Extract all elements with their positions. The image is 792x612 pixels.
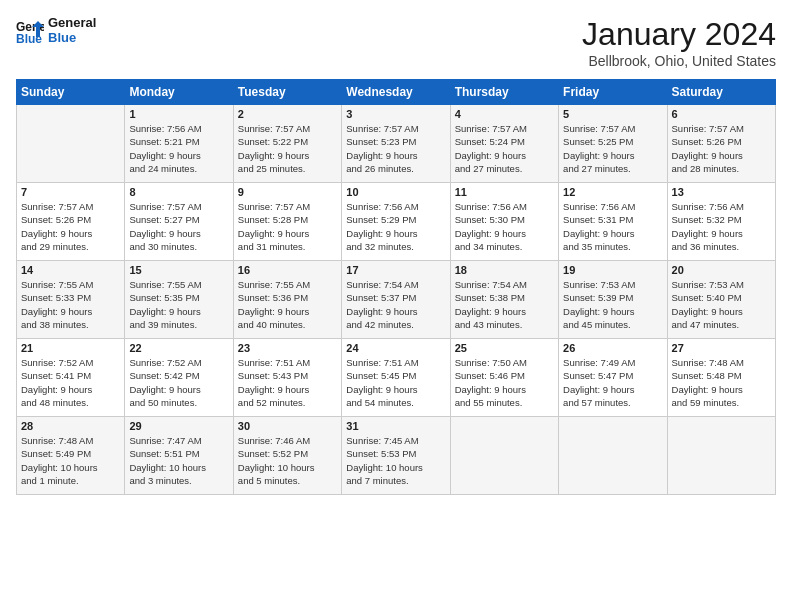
- calendar-cell: 6Sunrise: 7:57 AM Sunset: 5:26 PM Daylig…: [667, 105, 775, 183]
- day-detail: Sunrise: 7:46 AM Sunset: 5:52 PM Dayligh…: [238, 434, 337, 487]
- calendar-cell: [450, 417, 558, 495]
- calendar-cell: 12Sunrise: 7:56 AM Sunset: 5:31 PM Dayli…: [559, 183, 667, 261]
- day-detail: Sunrise: 7:51 AM Sunset: 5:43 PM Dayligh…: [238, 356, 337, 409]
- day-detail: Sunrise: 7:45 AM Sunset: 5:53 PM Dayligh…: [346, 434, 445, 487]
- day-detail: Sunrise: 7:57 AM Sunset: 5:23 PM Dayligh…: [346, 122, 445, 175]
- day-number: 29: [129, 420, 228, 432]
- day-detail: Sunrise: 7:51 AM Sunset: 5:45 PM Dayligh…: [346, 356, 445, 409]
- calendar-cell: 16Sunrise: 7:55 AM Sunset: 5:36 PM Dayli…: [233, 261, 341, 339]
- day-number: 6: [672, 108, 771, 120]
- day-detail: Sunrise: 7:54 AM Sunset: 5:37 PM Dayligh…: [346, 278, 445, 331]
- calendar-cell: 29Sunrise: 7:47 AM Sunset: 5:51 PM Dayli…: [125, 417, 233, 495]
- day-detail: Sunrise: 7:56 AM Sunset: 5:29 PM Dayligh…: [346, 200, 445, 253]
- calendar-cell: 21Sunrise: 7:52 AM Sunset: 5:41 PM Dayli…: [17, 339, 125, 417]
- calendar-cell: 17Sunrise: 7:54 AM Sunset: 5:37 PM Dayli…: [342, 261, 450, 339]
- calendar-cell: 19Sunrise: 7:53 AM Sunset: 5:39 PM Dayli…: [559, 261, 667, 339]
- day-detail: Sunrise: 7:53 AM Sunset: 5:39 PM Dayligh…: [563, 278, 662, 331]
- day-detail: Sunrise: 7:55 AM Sunset: 5:36 PM Dayligh…: [238, 278, 337, 331]
- calendar-cell: 27Sunrise: 7:48 AM Sunset: 5:48 PM Dayli…: [667, 339, 775, 417]
- day-number: 7: [21, 186, 120, 198]
- day-detail: Sunrise: 7:55 AM Sunset: 5:33 PM Dayligh…: [21, 278, 120, 331]
- calendar-cell: 10Sunrise: 7:56 AM Sunset: 5:29 PM Dayli…: [342, 183, 450, 261]
- calendar-cell: 24Sunrise: 7:51 AM Sunset: 5:45 PM Dayli…: [342, 339, 450, 417]
- calendar-cell: 30Sunrise: 7:46 AM Sunset: 5:52 PM Dayli…: [233, 417, 341, 495]
- day-number: 23: [238, 342, 337, 354]
- calendar-cell: 26Sunrise: 7:49 AM Sunset: 5:47 PM Dayli…: [559, 339, 667, 417]
- day-number: 16: [238, 264, 337, 276]
- calendar-cell: 3Sunrise: 7:57 AM Sunset: 5:23 PM Daylig…: [342, 105, 450, 183]
- day-detail: Sunrise: 7:49 AM Sunset: 5:47 PM Dayligh…: [563, 356, 662, 409]
- day-detail: Sunrise: 7:56 AM Sunset: 5:31 PM Dayligh…: [563, 200, 662, 253]
- day-detail: Sunrise: 7:57 AM Sunset: 5:26 PM Dayligh…: [21, 200, 120, 253]
- calendar-body: 1Sunrise: 7:56 AM Sunset: 5:21 PM Daylig…: [17, 105, 776, 495]
- day-number: 12: [563, 186, 662, 198]
- calendar-week-row: 1Sunrise: 7:56 AM Sunset: 5:21 PM Daylig…: [17, 105, 776, 183]
- weekday-header: Sunday: [17, 80, 125, 105]
- day-number: 1: [129, 108, 228, 120]
- calendar-cell: 8Sunrise: 7:57 AM Sunset: 5:27 PM Daylig…: [125, 183, 233, 261]
- logo: General Blue General Blue: [16, 16, 96, 46]
- calendar-cell: 2Sunrise: 7:57 AM Sunset: 5:22 PM Daylig…: [233, 105, 341, 183]
- day-number: 4: [455, 108, 554, 120]
- day-number: 30: [238, 420, 337, 432]
- day-number: 18: [455, 264, 554, 276]
- day-number: 5: [563, 108, 662, 120]
- day-number: 14: [21, 264, 120, 276]
- calendar-cell: 14Sunrise: 7:55 AM Sunset: 5:33 PM Dayli…: [17, 261, 125, 339]
- weekday-header: Wednesday: [342, 80, 450, 105]
- calendar-cell: 15Sunrise: 7:55 AM Sunset: 5:35 PM Dayli…: [125, 261, 233, 339]
- day-number: 11: [455, 186, 554, 198]
- calendar-cell: 28Sunrise: 7:48 AM Sunset: 5:49 PM Dayli…: [17, 417, 125, 495]
- calendar-week-row: 7Sunrise: 7:57 AM Sunset: 5:26 PM Daylig…: [17, 183, 776, 261]
- weekday-header: Saturday: [667, 80, 775, 105]
- calendar-cell: 22Sunrise: 7:52 AM Sunset: 5:42 PM Dayli…: [125, 339, 233, 417]
- day-detail: Sunrise: 7:54 AM Sunset: 5:38 PM Dayligh…: [455, 278, 554, 331]
- calendar-week-row: 28Sunrise: 7:48 AM Sunset: 5:49 PM Dayli…: [17, 417, 776, 495]
- day-number: 19: [563, 264, 662, 276]
- calendar-week-row: 14Sunrise: 7:55 AM Sunset: 5:33 PM Dayli…: [17, 261, 776, 339]
- day-number: 31: [346, 420, 445, 432]
- day-number: 25: [455, 342, 554, 354]
- calendar-cell: 5Sunrise: 7:57 AM Sunset: 5:25 PM Daylig…: [559, 105, 667, 183]
- day-number: 15: [129, 264, 228, 276]
- logo-icon: General Blue: [16, 17, 44, 45]
- calendar-cell: 1Sunrise: 7:56 AM Sunset: 5:21 PM Daylig…: [125, 105, 233, 183]
- location: Bellbrook, Ohio, United States: [582, 53, 776, 69]
- day-detail: Sunrise: 7:57 AM Sunset: 5:22 PM Dayligh…: [238, 122, 337, 175]
- calendar-cell: 4Sunrise: 7:57 AM Sunset: 5:24 PM Daylig…: [450, 105, 558, 183]
- day-number: 27: [672, 342, 771, 354]
- calendar-week-row: 21Sunrise: 7:52 AM Sunset: 5:41 PM Dayli…: [17, 339, 776, 417]
- day-number: 28: [21, 420, 120, 432]
- calendar-cell: 13Sunrise: 7:56 AM Sunset: 5:32 PM Dayli…: [667, 183, 775, 261]
- day-number: 22: [129, 342, 228, 354]
- weekday-header: Tuesday: [233, 80, 341, 105]
- day-number: 8: [129, 186, 228, 198]
- calendar-cell: 25Sunrise: 7:50 AM Sunset: 5:46 PM Dayli…: [450, 339, 558, 417]
- weekday-header: Monday: [125, 80, 233, 105]
- calendar-cell: 20Sunrise: 7:53 AM Sunset: 5:40 PM Dayli…: [667, 261, 775, 339]
- day-detail: Sunrise: 7:57 AM Sunset: 5:27 PM Dayligh…: [129, 200, 228, 253]
- day-number: 21: [21, 342, 120, 354]
- weekday-header: Thursday: [450, 80, 558, 105]
- day-detail: Sunrise: 7:57 AM Sunset: 5:25 PM Dayligh…: [563, 122, 662, 175]
- calendar-header-row: SundayMondayTuesdayWednesdayThursdayFrid…: [17, 80, 776, 105]
- day-detail: Sunrise: 7:50 AM Sunset: 5:46 PM Dayligh…: [455, 356, 554, 409]
- calendar-table: SundayMondayTuesdayWednesdayThursdayFrid…: [16, 79, 776, 495]
- day-number: 3: [346, 108, 445, 120]
- day-number: 26: [563, 342, 662, 354]
- day-number: 13: [672, 186, 771, 198]
- calendar-cell: 18Sunrise: 7:54 AM Sunset: 5:38 PM Dayli…: [450, 261, 558, 339]
- page-container: General Blue General Blue January 2024 B…: [0, 0, 792, 612]
- day-detail: Sunrise: 7:57 AM Sunset: 5:28 PM Dayligh…: [238, 200, 337, 253]
- day-number: 2: [238, 108, 337, 120]
- day-detail: Sunrise: 7:57 AM Sunset: 5:26 PM Dayligh…: [672, 122, 771, 175]
- calendar-cell: 31Sunrise: 7:45 AM Sunset: 5:53 PM Dayli…: [342, 417, 450, 495]
- day-number: 9: [238, 186, 337, 198]
- day-detail: Sunrise: 7:57 AM Sunset: 5:24 PM Dayligh…: [455, 122, 554, 175]
- day-detail: Sunrise: 7:56 AM Sunset: 5:21 PM Dayligh…: [129, 122, 228, 175]
- day-detail: Sunrise: 7:56 AM Sunset: 5:32 PM Dayligh…: [672, 200, 771, 253]
- day-number: 24: [346, 342, 445, 354]
- calendar-cell: 11Sunrise: 7:56 AM Sunset: 5:30 PM Dayli…: [450, 183, 558, 261]
- month-title: January 2024: [582, 16, 776, 53]
- calendar-cell: [667, 417, 775, 495]
